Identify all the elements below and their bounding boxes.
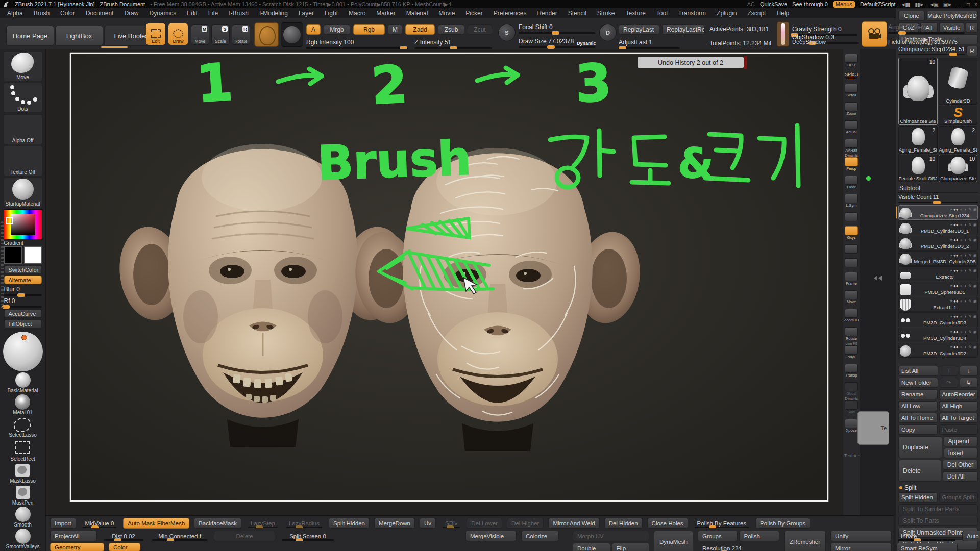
menu-item[interactable]: Light [325,10,338,17]
a-toggle[interactable]: A [306,24,321,35]
tray-left-icon[interactable]: ◄▮▮ [901,2,910,7]
tool-quicksave-slider[interactable]: Chimpanzee Step1234. 51 [898,46,965,56]
color-section-button[interactable]: Color [109,543,140,551]
menu-item[interactable]: Movie [438,10,455,17]
shelf-toggle[interactable]: Scroll [844,80,859,97]
menu-item[interactable]: Color [60,10,75,17]
document-view[interactable]: Undo History 2 out of 2 1 2 3 Brush & [46,49,843,515]
delete-loops-button[interactable]: Delete [214,531,275,541]
alternate-button[interactable]: Alternate [4,276,42,284]
bottom-bar-button[interactable]: Del Hidden [604,518,643,529]
tool-tile-aging-female-1[interactable]: 2 Aging_Female_St [898,126,938,154]
minimize-icon[interactable]: — [957,2,962,7]
subtool-item[interactable]: ▾●●◐◑✎◉ PM3D_Cylinder3D3_2 [898,236,978,251]
focal-shift-slider[interactable]: Focal Shift 0 [519,23,595,34]
draw-button[interactable]: Draw [168,23,188,45]
goz-r-button[interactable]: R [966,22,978,33]
secondary-color-swatch[interactable] [24,246,42,264]
subtool-icon-row[interactable]: ▾●●◐◑✎◉ [913,237,976,243]
doc-next-icon[interactable]: ▣► [943,2,952,7]
rotate-button[interactable]: R Rotate [232,24,250,45]
current-brush-preview[interactable] [254,22,279,47]
subtool-icon-row[interactable]: ▾●●◐◑✎◉ [913,252,976,259]
menu-item[interactable]: Document [86,10,114,17]
pair-left-button[interactable]: All Low [898,401,938,411]
menu-item[interactable]: Stencil [568,10,586,17]
accucurve-button[interactable]: AccuCurve [4,309,42,318]
shelf-toggle[interactable]: Transp [844,360,859,378]
zremesher-button[interactable]: ZRemesher [784,531,826,551]
undo-history-marker[interactable] [744,56,747,69]
shelf-tool[interactable]: SmoothValleys [6,529,40,549]
tool-tile-cylinder3d[interactable]: Cylinder3D [939,58,977,105]
resolution-slider[interactable]: Resolution 224 [698,543,779,551]
split-hidden-button[interactable]: Split Hidden [898,492,938,503]
fill-object-button[interactable]: FillObject [4,319,42,328]
list-all-button[interactable]: List All [898,366,938,376]
tool-tile-aging-female-2[interactable]: 2 Aging_Female_St [939,126,977,154]
smart-resym-button[interactable]: Smart ReSym [896,543,958,551]
tool-tile-chimpanzee-2[interactable]: 10 Chimpanzee Ste [939,155,977,182]
zadd-toggle[interactable]: Zadd [405,24,435,35]
home-page-button[interactable]: Home Page [6,26,54,46]
double-button[interactable]: Double [573,543,610,551]
shelf-toggle[interactable]: AAHalf [844,135,859,153]
material-selector[interactable]: StartupMaterial [4,178,42,208]
rgb-toggle[interactable]: Rgb [353,24,385,35]
pair-right-button[interactable]: Paste [939,424,978,435]
current-material-preview[interactable] [3,332,43,371]
insert-button[interactable]: Insert [944,448,978,458]
subtool-section-title[interactable]: Subtool [898,184,978,193]
shelf-tool[interactable]: BasicMaterial [7,372,38,393]
unify-button[interactable]: Unify [830,531,892,541]
groups-split-button[interactable]: Groups Split [939,492,978,503]
subtool-icon-row[interactable]: ▾●●◐◑✎◉ [913,313,976,320]
alpha-selector[interactable]: Alpha Off [4,114,42,144]
menu-item[interactable]: I-Brush [229,10,249,17]
menu-item[interactable]: Help [776,10,789,17]
visible-count-slider[interactable]: Visible Count 11 [898,194,978,203]
menu-item[interactable]: Alpha [7,10,23,17]
shelf-toggle[interactable]: Ghost [844,379,859,396]
pair-right-button[interactable]: AutoReorder [939,389,978,399]
menu-item[interactable]: I-Modeling [259,10,288,17]
bottom-bar-button[interactable]: Split Hidden [329,518,370,529]
camera-icon[interactable] [862,21,887,47]
rgb-intensity-slider[interactable]: Rgb Intensity 100 [306,39,408,49]
shelf-toggle[interactable]: BPR [844,50,859,67]
gradient-label[interactable]: Gradient [4,240,42,246]
move-button[interactable]: M Move [191,24,209,45]
append-button[interactable]: Append [944,436,978,446]
shelf-toggle[interactable]: Dynamic Persp [844,154,859,171]
bottom-bar-button[interactable]: Polish By Groups [755,518,810,529]
pair-right-button[interactable]: All To Target [939,413,978,423]
lightbox-button[interactable]: LightBox [55,26,103,46]
shelf-toggle[interactable]: Line Fill PolyF [844,342,859,359]
move-up-button[interactable]: ↑ [940,366,958,376]
menu-item[interactable]: Render [537,10,557,17]
close-icon[interactable]: × [974,2,977,7]
bottom-bar-button[interactable]: BackfaceMask [194,518,241,529]
subtool-icon-row[interactable]: ▾●●◐◑✎◉ [913,267,976,274]
dynamic-label[interactable]: Dynamic [577,41,596,46]
bottom-bar-button[interactable]: Auto Mask FiberMesh [123,518,189,529]
subtool-item[interactable]: ▾●●◐◑✎◉ PM3D_Cylinder3D3 [898,312,978,327]
subtool-item[interactable]: ▾●●◐◑✎◉ Merged_PM3D_Cylinder3D5 [898,251,978,266]
subtool-icon-row[interactable]: ▾●●◐◑✎◉ [913,221,976,228]
edit-button[interactable]: Edit [146,23,165,45]
groups-button[interactable]: Groups [698,531,738,541]
scale-button[interactable]: S Scale [211,24,230,45]
menu-item[interactable]: Edit [187,10,198,17]
texture-preview-popup[interactable]: Te [857,411,889,445]
polish-button[interactable]: Polish [739,531,779,541]
shelf-toggle[interactable]: Xpose [844,415,859,433]
menu-item[interactable]: Draw [124,10,138,17]
merge-visible-button[interactable]: MergeVisible [465,531,517,541]
subtool-icon-row[interactable]: ▾●●◐◑✎◉ [913,283,976,289]
shelf-scroll-handle[interactable] [1,221,4,308]
colorize-button[interactable]: Colorize [521,531,559,541]
menus-button[interactable]: Menus [833,1,855,8]
blur-slider[interactable]: Blur 0 [4,286,42,296]
del-other-button[interactable]: Del Other [943,460,978,470]
m-toggle[interactable]: M [388,24,402,35]
